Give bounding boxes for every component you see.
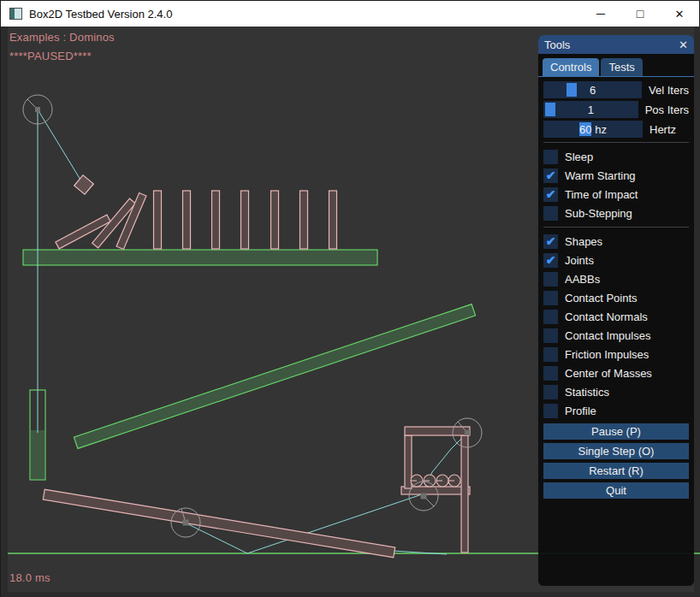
checkbox-label: Statistics — [565, 386, 609, 399]
tab-controls[interactable]: Controls — [543, 58, 599, 76]
tab-bar: Controls Tests — [538, 54, 694, 77]
checkbox-label: Contact Impulses — [565, 329, 650, 342]
metal-balls[interactable] — [411, 475, 460, 487]
checkbox[interactable]: ✔ — [543, 253, 558, 268]
checkbox-row-contact-normals[interactable]: ✔ Contact Normals — [543, 307, 689, 326]
check-icon: ✔ — [546, 234, 556, 248]
pos-iters-label: Pos Iters — [645, 103, 689, 116]
pause-button[interactable]: Pause (P) — [543, 423, 689, 440]
example-title: Examples : Dominos — [9, 31, 115, 44]
checkbox[interactable]: ✔ — [543, 328, 558, 343]
checkbox-label: Time of Impact — [565, 188, 638, 201]
checkbox-label: Contact Normals — [565, 310, 648, 323]
checkbox-label: Friction Impulses — [565, 348, 649, 361]
frame-time: 18.0 ms — [9, 571, 50, 584]
checkbox-row-sub-stepping[interactable]: ✔ Sub-Stepping — [543, 204, 689, 222]
checkbox-label: Joints — [565, 254, 594, 267]
checkbox-label: Warm Starting — [565, 169, 636, 182]
tab-tests[interactable]: Tests — [601, 58, 642, 76]
checkbox-row-profile[interactable]: ✔ Profile — [543, 401, 689, 420]
checkbox-label: AABBs — [565, 273, 600, 286]
window-title: Box2D Testbed Version 2.4.0 — [29, 8, 172, 21]
vel-iters-slider[interactable]: 6 — [543, 81, 642, 98]
tools-panel-titlebar[interactable]: Tools ✕ — [538, 35, 694, 54]
hertz-value: 60 hz — [543, 121, 643, 138]
checkbox-label: Sub-Stepping — [565, 207, 632, 220]
separator — [543, 142, 689, 143]
single-step-button[interactable]: Single Step (O) — [543, 443, 689, 459]
os-titlebar: Box2D Testbed Version 2.4.0 ─ □ ✕ — [1, 1, 699, 27]
hertz-slider[interactable]: 60 hz — [543, 121, 643, 138]
checkbox-row-center-of-masses[interactable]: ✔ Center of Masses — [543, 364, 689, 382]
vel-iters-label: Vel Iters — [649, 84, 689, 97]
hertz-label: Hertz — [650, 123, 676, 136]
falling-dominoes[interactable] — [56, 192, 146, 249]
checkbox-label: Sleep — [565, 151, 593, 163]
tools-panel: Tools ✕ Controls Tests 6 Vel Iters 1 P — [538, 35, 694, 586]
checkbox-label: Center of Masses — [565, 367, 652, 380]
close-icon[interactable]: ✕ — [660, 1, 699, 27]
checkbox[interactable]: ✔ — [543, 234, 558, 249]
vel-iters-row: 6 Vel Iters — [543, 81, 689, 98]
checkbox[interactable]: ✔ — [543, 291, 558, 305]
check-icon: ✔ — [546, 168, 556, 182]
checkbox-row-friction-impulses[interactable]: ✔ Friction Impulses — [543, 345, 689, 364]
checkbox-row-time-of-impact[interactable]: ✔ Time of Impact — [543, 185, 689, 204]
maximize-icon[interactable]: □ — [620, 1, 660, 27]
pos-iters-row: 1 Pos Iters — [543, 101, 689, 118]
check-icon: ✔ — [546, 253, 556, 267]
checkbox-row-aabbs[interactable]: ✔ AABBs — [543, 269, 689, 288]
checkbox-row-contact-points[interactable]: ✔ Contact Points — [543, 288, 689, 307]
domino-platform — [23, 250, 377, 265]
upright-dominoes[interactable] — [154, 191, 337, 249]
checkbox-label: Profile — [565, 405, 596, 417]
checkbox-label: Shapes — [565, 235, 602, 248]
stand-lower-circle[interactable] — [409, 482, 438, 511]
swinging-box[interactable] — [74, 175, 94, 195]
checkbox[interactable]: ✔ — [543, 347, 558, 362]
panel-close-icon[interactable]: ✕ — [679, 39, 688, 50]
checkbox[interactable]: ✔ — [543, 366, 558, 381]
hertz-row: 60 hz Hertz — [543, 121, 689, 138]
check-icon: ✔ — [546, 187, 556, 201]
checkbox[interactable]: ✔ — [543, 168, 558, 183]
checkbox-row-joints[interactable]: ✔ Joints — [543, 251, 689, 269]
quit-button[interactable]: Quit — [543, 482, 689, 499]
seesaw-plank[interactable] — [43, 489, 394, 558]
checkbox[interactable]: ✔ — [543, 150, 558, 164]
app-window: Box2D Testbed Version 2.4.0 ─ □ ✕ — [0, 0, 700, 597]
checkbox-row-statistics[interactable]: ✔ Statistics — [543, 382, 689, 401]
checkbox[interactable]: ✔ — [543, 272, 558, 287]
checkbox-row-contact-impulses[interactable]: ✔ Contact Impulses — [543, 326, 689, 345]
checkbox-row-shapes[interactable]: ✔ Shapes — [543, 232, 689, 251]
stand-frame[interactable] — [401, 427, 470, 553]
checkbox-row-sleep[interactable]: ✔ Sleep — [543, 147, 689, 166]
minimize-icon[interactable]: ─ — [581, 1, 620, 27]
checkbox[interactable]: ✔ — [543, 404, 558, 418]
paused-status: ****PAUSED**** — [9, 50, 92, 62]
checkbox[interactable]: ✔ — [543, 385, 558, 399]
pos-iters-value: 1 — [543, 101, 638, 118]
checkbox-row-warm-starting[interactable]: ✔ Warm Starting — [543, 166, 689, 185]
pos-iters-slider[interactable]: 1 — [543, 101, 638, 118]
app-icon — [9, 8, 22, 20]
checkbox[interactable]: ✔ — [543, 310, 558, 324]
checkbox-label: Contact Points — [565, 292, 638, 304]
restart-button[interactable]: Restart (R) — [543, 463, 689, 479]
vel-iters-value: 6 — [543, 81, 642, 98]
checkbox[interactable]: ✔ — [543, 187, 558, 202]
checkbox[interactable]: ✔ — [543, 206, 558, 221]
separator — [543, 227, 689, 228]
tools-panel-title: Tools — [544, 38, 679, 51]
